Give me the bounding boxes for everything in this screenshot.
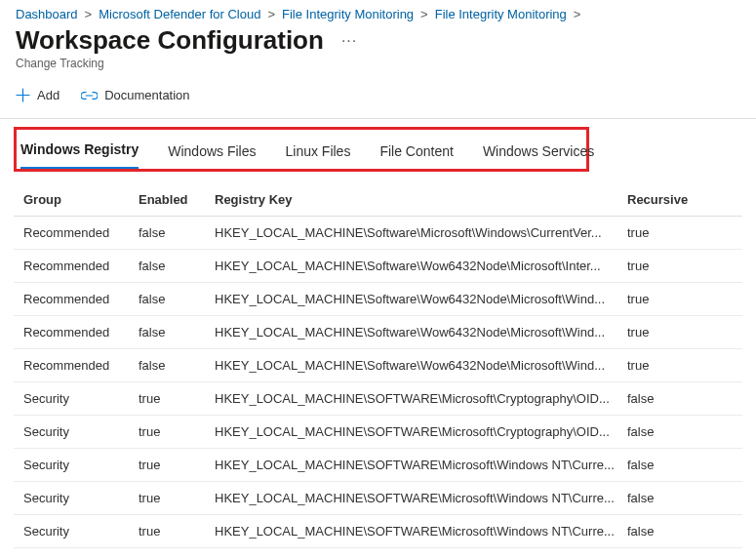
cell-recursive: false bbox=[627, 491, 705, 505]
cell-registry-key: HKEY_LOCAL_MACHINE\Software\Wow6432Node\… bbox=[215, 259, 619, 273]
documentation-link[interactable]: Documentation bbox=[81, 88, 189, 102]
cell-enabled: true bbox=[139, 424, 207, 439]
col-enabled[interactable]: Enabled bbox=[139, 192, 207, 207]
cell-registry-key: HKEY_LOCAL_MACHINE\Software\Wow6432Node\… bbox=[215, 325, 619, 339]
cell-recursive: true bbox=[627, 292, 705, 306]
table-row[interactable]: SecuritytrueHKEY_LOCAL_MACHINE\SOFTWARE\… bbox=[14, 449, 742, 482]
table-header-row: Group Enabled Registry Key Recursive bbox=[14, 183, 742, 217]
cell-registry-key: HKEY_LOCAL_MACHINE\SOFTWARE\Microsoft\Wi… bbox=[215, 458, 619, 472]
cell-group: Recommended bbox=[23, 358, 131, 373]
chevron-right-icon: > bbox=[574, 7, 581, 21]
cell-enabled: true bbox=[139, 391, 207, 406]
cell-recursive: true bbox=[627, 225, 705, 240]
page-title: Workspace Configuration bbox=[16, 25, 324, 56]
col-group[interactable]: Group bbox=[23, 192, 131, 207]
cell-enabled: false bbox=[139, 325, 207, 339]
breadcrumb-item[interactable]: Microsoft Defender for Cloud bbox=[99, 7, 260, 21]
tab-windows-services[interactable]: Windows Services bbox=[483, 140, 594, 169]
page-subtitle: Change Tracking bbox=[0, 56, 756, 70]
cell-enabled: true bbox=[139, 491, 207, 505]
chevron-right-icon: > bbox=[267, 7, 275, 21]
chevron-right-icon: > bbox=[85, 7, 93, 21]
registry-table: Group Enabled Registry Key Recursive Rec… bbox=[14, 183, 742, 559]
cell-registry-key: HKEY_LOCAL_MACHINE\Software\Microsoft\Wi… bbox=[215, 225, 619, 240]
add-button-label: Add bbox=[37, 88, 60, 102]
table-row[interactable]: RecommendedfalseHKEY_LOCAL_MACHINE\Softw… bbox=[14, 217, 742, 250]
cell-group: Recommended bbox=[23, 325, 131, 339]
cell-enabled: false bbox=[139, 259, 207, 273]
cell-recursive: true bbox=[627, 259, 705, 273]
table-row[interactable]: RecommendedfalseHKEY_LOCAL_MACHINE\Softw… bbox=[14, 283, 742, 316]
table-row[interactable]: RecommendedfalseHKEY_LOCAL_MACHINE\Softw… bbox=[14, 349, 742, 382]
cell-enabled: false bbox=[139, 225, 207, 240]
toolbar: Add Documentation bbox=[0, 70, 756, 118]
plus-icon bbox=[16, 88, 30, 102]
col-recursive[interactable]: Recursive bbox=[627, 192, 705, 207]
table-row[interactable]: SecuritytrueHKEY_LOCAL_MACHINE\SOFTWARE\… bbox=[14, 416, 742, 449]
cell-group: Security bbox=[23, 491, 131, 505]
tabs: Windows Registry Windows Files Linux Fil… bbox=[20, 138, 582, 169]
breadcrumb-item[interactable]: Dashboard bbox=[16, 7, 78, 21]
cell-group: Security bbox=[23, 524, 131, 539]
cell-group: Security bbox=[23, 458, 131, 472]
cell-enabled: false bbox=[139, 358, 207, 373]
breadcrumb-item[interactable]: File Integrity Monitoring bbox=[435, 7, 567, 21]
table-row[interactable]: SecuritytrueHKEY_LOCAL_MACHINE\SOFTWARE\… bbox=[14, 482, 742, 515]
table-row[interactable]: SecuritytrueHKEY_LOCAL_MACHINE\SOFTWARE\… bbox=[14, 548, 742, 559]
cell-recursive: true bbox=[627, 358, 705, 373]
add-button[interactable]: Add bbox=[16, 88, 60, 102]
cell-registry-key: HKEY_LOCAL_MACHINE\SOFTWARE\Microsoft\Wi… bbox=[215, 524, 619, 539]
cell-registry-key: HKEY_LOCAL_MACHINE\SOFTWARE\Microsoft\Cr… bbox=[215, 391, 619, 406]
cell-recursive: false bbox=[627, 458, 705, 472]
tab-windows-files[interactable]: Windows Files bbox=[168, 140, 256, 169]
cell-registry-key: HKEY_LOCAL_MACHINE\SOFTWARE\Microsoft\Cr… bbox=[215, 424, 619, 439]
table-row[interactable]: RecommendedfalseHKEY_LOCAL_MACHINE\Softw… bbox=[14, 316, 742, 349]
cell-group: Security bbox=[23, 424, 131, 439]
cell-enabled: false bbox=[139, 292, 207, 306]
cell-enabled: true bbox=[139, 524, 207, 539]
link-icon bbox=[81, 89, 98, 102]
col-registry-key[interactable]: Registry Key bbox=[215, 192, 619, 207]
cell-recursive: true bbox=[627, 325, 705, 339]
cell-group: Recommended bbox=[23, 259, 131, 273]
divider bbox=[0, 118, 756, 119]
tabs-highlight-box: Windows Registry Windows Files Linux Fil… bbox=[14, 127, 589, 172]
breadcrumb: Dashboard > Microsoft Defender for Cloud… bbox=[0, 0, 756, 25]
cell-group: Security bbox=[23, 391, 131, 406]
tab-linux-files[interactable]: Linux Files bbox=[285, 140, 350, 169]
table-row[interactable]: RecommendedfalseHKEY_LOCAL_MACHINE\Softw… bbox=[14, 250, 742, 283]
cell-recursive: false bbox=[627, 424, 705, 439]
cell-registry-key: HKEY_LOCAL_MACHINE\Software\Wow6432Node\… bbox=[215, 358, 619, 373]
tab-file-content[interactable]: File Content bbox=[379, 140, 453, 169]
cell-group: Recommended bbox=[23, 292, 131, 306]
cell-registry-key: HKEY_LOCAL_MACHINE\Software\Wow6432Node\… bbox=[215, 292, 619, 306]
cell-recursive: false bbox=[627, 391, 705, 406]
tab-windows-registry[interactable]: Windows Registry bbox=[20, 138, 139, 169]
cell-registry-key: HKEY_LOCAL_MACHINE\SOFTWARE\Microsoft\Wi… bbox=[215, 491, 619, 505]
breadcrumb-item[interactable]: File Integrity Monitoring bbox=[282, 7, 414, 21]
cell-group: Recommended bbox=[23, 225, 131, 240]
documentation-link-label: Documentation bbox=[104, 88, 189, 102]
table-row[interactable]: SecuritytrueHKEY_LOCAL_MACHINE\SOFTWARE\… bbox=[14, 515, 742, 548]
cell-enabled: true bbox=[139, 458, 207, 472]
cell-recursive: false bbox=[627, 524, 705, 539]
table-row[interactable]: SecuritytrueHKEY_LOCAL_MACHINE\SOFTWARE\… bbox=[14, 382, 742, 416]
chevron-right-icon: > bbox=[420, 7, 428, 21]
more-actions-button[interactable]: ··· bbox=[341, 32, 357, 50]
